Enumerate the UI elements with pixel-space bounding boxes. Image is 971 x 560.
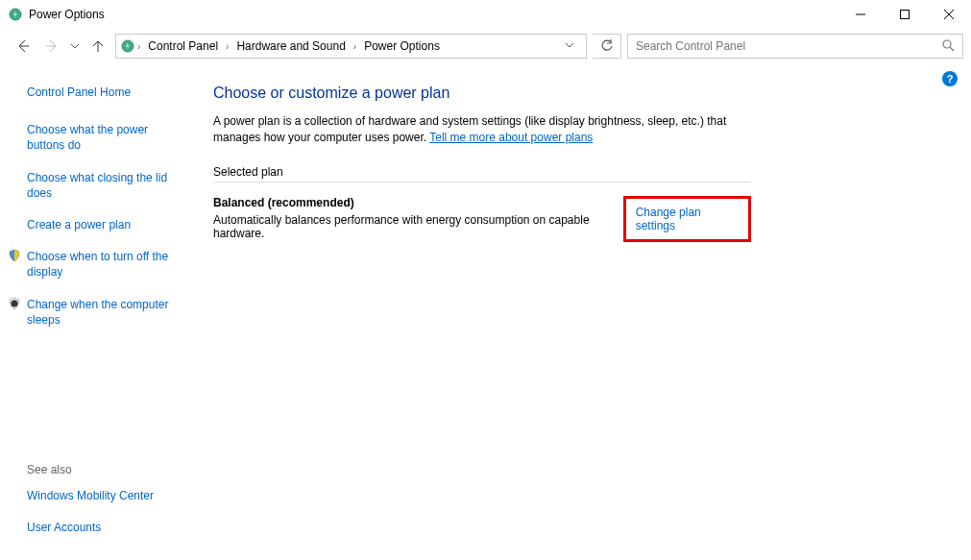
- page-title: Choose or customize a power plan: [213, 85, 942, 102]
- power-options-icon: [120, 38, 135, 54]
- see-also-label: See also: [27, 463, 182, 476]
- up-button[interactable]: [86, 35, 109, 58]
- content-area: Control Panel Home Choose what the power…: [0, 63, 971, 560]
- highlight-annotation: Change plan settings: [623, 196, 751, 242]
- breadcrumb-power-options[interactable]: Power Options: [358, 35, 446, 58]
- svg-line-10: [950, 47, 954, 51]
- sidebar-link-closing-lid[interactable]: Choose what closing the lid does: [27, 170, 182, 201]
- svg-rect-2: [901, 11, 910, 19]
- address-bar[interactable]: › Control Panel › Hardware and Sound › P…: [115, 34, 587, 59]
- main-panel: ? Choose or customize a power plan A pow…: [192, 63, 971, 560]
- chevron-down-icon[interactable]: [557, 39, 582, 53]
- title-bar: Power Options: [0, 0, 971, 29]
- recent-dropdown[interactable]: [69, 35, 81, 58]
- minimize-button[interactable]: [838, 0, 883, 29]
- sidebar-link-create-plan[interactable]: Create a power plan: [27, 217, 182, 232]
- search-box[interactable]: [627, 34, 963, 59]
- window-controls: [838, 0, 971, 29]
- chevron-right-icon[interactable]: ›: [226, 41, 229, 52]
- shield-icon: [8, 249, 23, 280]
- sidebar-link-turn-off-display[interactable]: Choose when to turn off the display: [27, 249, 182, 280]
- sidebar-link-user-accounts[interactable]: User Accounts: [27, 520, 182, 535]
- breadcrumb-hardware-sound[interactable]: Hardware and Sound: [231, 35, 351, 58]
- shield-icon: [8, 297, 23, 328]
- selected-plan-label: Selected plan: [213, 165, 751, 183]
- sidebar-link-home[interactable]: Control Panel Home: [27, 85, 182, 100]
- sidebar-link-power-buttons[interactable]: Choose what the power buttons do: [27, 122, 182, 153]
- chevron-right-icon[interactable]: ›: [353, 41, 356, 52]
- chevron-right-icon[interactable]: ›: [137, 41, 140, 52]
- plan-row: Balanced (recommended) Automatically bal…: [213, 196, 751, 242]
- tell-more-link[interactable]: Tell me more about power plans: [429, 131, 593, 144]
- forward-button[interactable]: [40, 35, 63, 58]
- page-description: A power plan is a collection of hardware…: [213, 113, 770, 146]
- change-plan-settings-link[interactable]: Change plan settings: [636, 206, 701, 232]
- power-options-icon: [8, 7, 23, 22]
- sidebar-link-mobility-center[interactable]: Windows Mobility Center: [27, 488, 182, 503]
- sidebar-link-computer-sleeps[interactable]: Change when the computer sleeps: [27, 297, 182, 328]
- plan-name: Balanced (recommended): [213, 196, 623, 209]
- help-icon[interactable]: ?: [942, 71, 958, 86]
- breadcrumb-control-panel[interactable]: Control Panel: [142, 35, 224, 58]
- refresh-button[interactable]: [593, 34, 621, 59]
- maximize-button[interactable]: [883, 0, 927, 29]
- sidebar: Control Panel Home Choose what the power…: [0, 63, 192, 560]
- window-title: Power Options: [29, 8, 105, 21]
- close-button[interactable]: [927, 0, 971, 29]
- back-button[interactable]: [12, 35, 35, 58]
- svg-point-9: [943, 40, 951, 48]
- nav-bar: › Control Panel › Hardware and Sound › P…: [0, 29, 971, 63]
- search-input[interactable]: [636, 39, 941, 53]
- search-icon[interactable]: [941, 38, 955, 55]
- plan-description: Automatically balances performance with …: [213, 213, 623, 240]
